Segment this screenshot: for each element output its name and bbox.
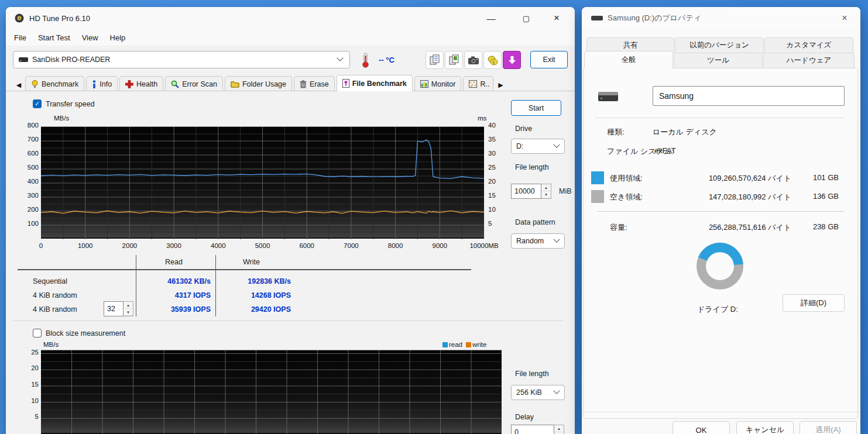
axis-tick: 10000MB bbox=[469, 242, 498, 249]
drive-select-combo[interactable]: SanDisk PRO-READER bbox=[13, 51, 350, 68]
axis-tick: 10 bbox=[488, 206, 496, 213]
tab-random-access[interactable]: R.. bbox=[463, 76, 493, 91]
axis-tick: 4000 bbox=[211, 242, 226, 249]
trash-icon bbox=[300, 80, 307, 88]
tab-file-benchmark[interactable]: File Benchmark bbox=[337, 75, 413, 91]
chevron-down-icon bbox=[553, 142, 560, 148]
axis-tick: 7000 bbox=[344, 242, 359, 249]
axis-tick: 15 bbox=[22, 381, 39, 388]
spin-up-icon[interactable]: ▲ bbox=[554, 425, 564, 432]
minimize-button[interactable]: — bbox=[478, 7, 505, 29]
hdtune-titlebar[interactable]: HD Tune Pro 6.10 — ▢ × bbox=[6, 7, 575, 29]
close-icon[interactable]: × bbox=[831, 7, 858, 29]
axis-tick: 10 bbox=[22, 397, 39, 404]
start-button[interactable]: Start bbox=[511, 100, 561, 116]
axis-tick: 600 bbox=[22, 150, 39, 157]
checkbox-unchecked-icon bbox=[33, 329, 42, 337]
delay-value[interactable]: 0 bbox=[511, 425, 554, 434]
random-read-value: 4317 IOPS bbox=[140, 291, 211, 299]
tab-scroll-right-icon[interactable]: ▶ bbox=[496, 78, 505, 91]
file-benchmark-icon bbox=[342, 79, 349, 88]
menu-start-test[interactable]: Start Test bbox=[32, 31, 76, 44]
block-size-checkbox[interactable]: Block size measurement bbox=[33, 329, 125, 337]
tab-previous-versions[interactable]: 以前のバージョン bbox=[675, 37, 764, 53]
used-label: 使用領域: bbox=[610, 173, 643, 184]
drive-label: Drive bbox=[515, 125, 532, 133]
capacity-label: 容量: bbox=[610, 222, 627, 233]
axis-tick: 0 bbox=[39, 242, 43, 249]
chevron-down-icon bbox=[553, 236, 560, 243]
write-legend-icon bbox=[466, 342, 471, 347]
spin-up-icon[interactable]: ▲ bbox=[123, 302, 133, 309]
axis-tick: 700 bbox=[22, 136, 39, 143]
tab-customize[interactable]: カスタマイズ bbox=[764, 37, 853, 53]
row-sequential-label: Sequential bbox=[33, 277, 67, 285]
tab-benchmark[interactable]: Benchmark bbox=[25, 76, 84, 91]
block-size-label: Block size measurement bbox=[46, 329, 125, 337]
spin-up-icon[interactable]: ▲ bbox=[541, 184, 551, 191]
tab-info[interactable]: Info bbox=[86, 76, 118, 91]
apply-button[interactable]: 適用(A) bbox=[800, 421, 857, 434]
tab-folder-usage[interactable]: Folder Usage bbox=[225, 76, 292, 91]
tab-scroll-left-icon[interactable]: ◀ bbox=[14, 78, 23, 91]
tab-health[interactable]: Health bbox=[119, 76, 163, 91]
tab-tools[interactable]: ツール bbox=[674, 53, 763, 68]
axis-tick: 100 bbox=[22, 220, 39, 227]
donate-button[interactable]: $ bbox=[483, 51, 502, 69]
maximize-button[interactable]: ▢ bbox=[513, 7, 540, 29]
row-random-label: 4 KiB random bbox=[33, 291, 77, 299]
tab-error-scan[interactable]: Error Scan bbox=[165, 76, 223, 91]
delay-spinner[interactable]: 0 ▲▼ bbox=[511, 425, 564, 434]
seq-read-value: 461302 KB/s bbox=[140, 277, 211, 285]
transfer-speed-label: Transfer speed bbox=[46, 100, 95, 108]
download-arrow-icon bbox=[507, 56, 517, 65]
queue-depth-spinner[interactable]: 32 ▲▼ bbox=[104, 301, 133, 316]
checkbox-checked-icon: ✓ bbox=[33, 99, 42, 108]
cancel-button[interactable]: キャンセル bbox=[736, 421, 794, 434]
axis-tick: 300 bbox=[22, 192, 39, 199]
spin-down-icon[interactable]: ▼ bbox=[541, 191, 551, 198]
queue-depth-value[interactable]: 32 bbox=[104, 301, 123, 316]
transfer-speed-checkbox[interactable]: ✓ Transfer speed bbox=[33, 99, 95, 108]
separator bbox=[595, 118, 845, 118]
tab-erase[interactable]: Erase bbox=[294, 76, 335, 91]
tab-general[interactable]: 全般 bbox=[584, 51, 673, 68]
seq-write-value: 192836 KB/s bbox=[221, 277, 291, 285]
benchmark-bulb-icon bbox=[31, 80, 39, 88]
tab-hardware[interactable]: ハードウェア bbox=[763, 53, 855, 68]
read-legend-icon bbox=[442, 342, 448, 347]
info-icon bbox=[92, 80, 97, 88]
file-length-value[interactable]: 10000 bbox=[511, 184, 541, 199]
drive-combo[interactable]: D: bbox=[511, 139, 565, 154]
type-label: 種類: bbox=[607, 127, 625, 137]
props-titlebar[interactable]: Samsung (D:)のプロパティ × bbox=[582, 7, 860, 29]
capacity-bytes: 256,288,751,616 バイト bbox=[686, 222, 791, 233]
close-button[interactable]: × bbox=[543, 7, 570, 29]
menu-file[interactable]: File bbox=[8, 31, 32, 44]
details-button[interactable]: 詳細(D) bbox=[783, 294, 845, 312]
drive-image-icon bbox=[597, 88, 619, 106]
file-length2-combo[interactable]: 256 KiB bbox=[511, 385, 565, 400]
drive-name-input[interactable]: Samsung bbox=[653, 86, 845, 106]
thermometer-icon[interactable] bbox=[359, 52, 371, 68]
file-length-spinner[interactable]: 10000 ▲▼ bbox=[511, 184, 551, 199]
copy-text-button[interactable] bbox=[426, 51, 444, 69]
data-pattern-combo[interactable]: Random bbox=[511, 233, 565, 249]
menu-view[interactable]: View bbox=[76, 31, 104, 44]
axis-tick: 1000 bbox=[78, 242, 93, 249]
menu-help[interactable]: Help bbox=[104, 31, 132, 44]
legend-read-label: read bbox=[449, 341, 462, 348]
tab-label: Health bbox=[136, 80, 157, 88]
spin-down-icon[interactable]: ▼ bbox=[123, 309, 133, 316]
copy-image-button[interactable] bbox=[445, 51, 463, 69]
tab-monitor[interactable]: Monitor bbox=[414, 76, 462, 91]
exit-button[interactable]: Exit bbox=[530, 51, 568, 68]
free-bytes: 147,028,180,992 バイト bbox=[686, 192, 791, 202]
axis-tick: 2000 bbox=[122, 242, 138, 249]
row-random-qd-label: 4 KiB random bbox=[33, 305, 77, 314]
axis-tick: 8000 bbox=[388, 242, 403, 249]
axis-tick: 20 bbox=[22, 364, 39, 371]
save-results-button[interactable] bbox=[503, 51, 521, 69]
screenshot-button[interactable] bbox=[464, 51, 482, 69]
ok-button[interactable]: OK bbox=[673, 421, 730, 434]
